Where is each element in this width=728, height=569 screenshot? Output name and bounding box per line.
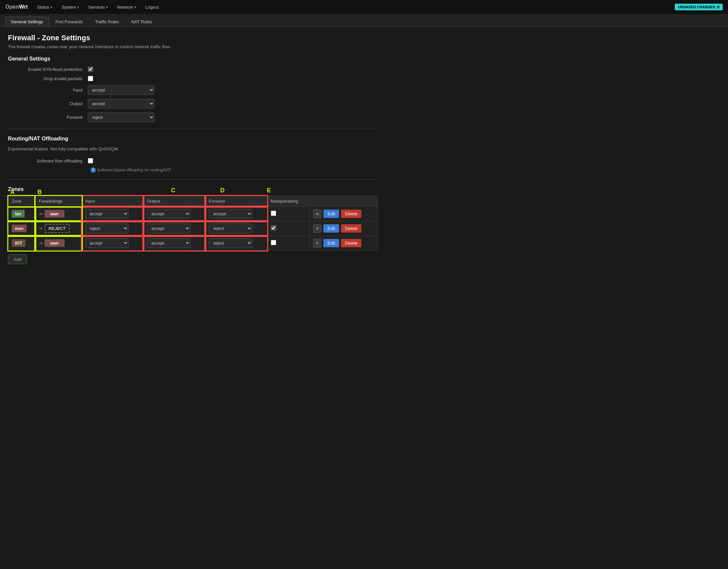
forward-cell-wan: accept reject drop [205, 221, 267, 236]
iot-masquerade-checkbox[interactable] [271, 240, 276, 245]
add-zone-button[interactable]: Add [8, 255, 27, 264]
table-row: IOT ⇒ wan accept reject [8, 236, 378, 251]
output-cell-iot: accept reject drop [143, 236, 205, 251]
actions-cell-wan: ≡ Edit Delete [309, 221, 378, 236]
navbar: OpenWrt Status ▾ System ▾ Services ▾ Net… [0, 0, 728, 14]
forward-row: Forward accept reject drop [8, 112, 378, 122]
wan-input-select[interactable]: accept reject drop [85, 224, 128, 233]
zone-badge-lan: lan [12, 210, 25, 218]
iot-edit-button[interactable]: Edit [323, 239, 339, 247]
brand-logo: OpenWrt [5, 4, 28, 10]
input-cell-wan: accept reject drop [82, 221, 144, 236]
col-forward-header: Forward [205, 196, 267, 207]
zone-cell-iot: IOT [8, 236, 36, 251]
output-cell-lan: accept reject drop [143, 207, 205, 221]
system-arrow-icon: ▾ [77, 5, 79, 9]
syn-flood-checkbox[interactable] [88, 67, 93, 72]
wan-masquerade-checkbox[interactable] [271, 225, 276, 231]
arrow-icon: ⇒ [39, 211, 43, 216]
tab-nat-rules[interactable]: NAT Rules [126, 17, 158, 27]
output-label: Output [15, 101, 88, 106]
syn-flood-row: Enable SYN-flood protection [8, 67, 378, 72]
help-icon[interactable]: ? [91, 167, 96, 173]
drop-invalid-row: Drop invalid packets [8, 76, 378, 81]
table-row: lan ⇒ wan accept reject [8, 207, 378, 221]
iot-output-select[interactable]: accept reject drop [147, 238, 190, 248]
wan-delete-button[interactable]: Delete [341, 224, 362, 233]
table-header-row: A Zone B Forwardings Input Output [8, 196, 378, 207]
page-description: The firewall creates zones over your net… [8, 44, 378, 49]
col-masquerading-header: Masquerading [267, 196, 309, 207]
forward-label: Forward [15, 115, 88, 120]
wan-forward-select[interactable]: accept reject drop [209, 224, 252, 233]
lan-input-select[interactable]: accept reject drop [85, 209, 128, 219]
nav-services[interactable]: Services ▾ [84, 0, 112, 14]
main-content: Firewall - Zone Settings The firewall cr… [0, 27, 386, 271]
forwarding-cell-wan: ⇒ REJECT [35, 221, 82, 236]
lan-edit-button[interactable]: Edit [323, 210, 339, 218]
output-row: Output accept reject drop [8, 99, 378, 108]
lan-list-button[interactable]: ≡ [313, 209, 322, 218]
forward-select[interactable]: accept reject drop [88, 112, 154, 122]
sw-flow-help: ? Software based offloading for routing/… [91, 167, 171, 173]
zone-cell-wan: wan [8, 221, 36, 236]
col-actions-header [309, 196, 378, 207]
forwarding-cell-lan: ⇒ wan [35, 207, 82, 221]
wan-list-button[interactable]: ≡ [313, 224, 322, 233]
annotation-d: D [220, 187, 225, 194]
nat-offloading-title: Routing/NAT Offloading [8, 136, 378, 142]
lan-delete-button[interactable]: Delete [341, 210, 362, 218]
actions-cell-lan: ≡ Edit Delete [309, 207, 378, 221]
tab-port-forwards[interactable]: Port Forwards [50, 17, 89, 27]
lan-output-select[interactable]: accept reject drop [147, 209, 190, 219]
drop-invalid-label: Drop invalid packets [15, 76, 88, 81]
services-arrow-icon: ▾ [106, 5, 108, 9]
masquerade-cell-lan [267, 207, 309, 221]
wan-output-select[interactable]: accept reject drop [147, 224, 190, 233]
output-select[interactable]: accept reject drop [88, 99, 154, 108]
nav-logout[interactable]: Logout [141, 0, 163, 14]
arrow-icon: ⇒ [39, 226, 43, 231]
network-arrow-icon: ▾ [134, 5, 136, 9]
drop-invalid-checkbox[interactable] [88, 76, 93, 81]
zone-badge-reject: REJECT [45, 224, 70, 233]
sw-flow-checkbox[interactable] [88, 158, 93, 163]
col-output-header: Output [143, 196, 205, 207]
annotation-e: E [267, 187, 271, 194]
input-select[interactable]: accept reject drop [88, 85, 154, 95]
annotation-c: C [171, 187, 175, 194]
iot-forward-select[interactable]: accept reject drop [209, 238, 252, 248]
forward-cell-iot: accept reject drop [205, 236, 267, 251]
iot-input-select[interactable]: accept reject drop [85, 238, 128, 248]
zones-title: Zones [8, 186, 378, 192]
syn-flood-label: Enable SYN-flood protection [15, 67, 88, 72]
tabs-bar: General Settings Port Forwards Traffic R… [0, 14, 728, 27]
input-row: Input accept reject drop [8, 85, 378, 95]
page-title: Firewall - Zone Settings [8, 34, 378, 42]
status-arrow-icon: ▾ [51, 5, 52, 9]
forward-cell-lan: accept reject drop [205, 207, 267, 221]
iot-delete-button[interactable]: Delete [341, 239, 362, 247]
forwarding-cell-iot: ⇒ wan [35, 236, 82, 251]
tab-traffic-rules[interactable]: Traffic Rules [89, 17, 124, 27]
nav-system[interactable]: System ▾ [58, 0, 83, 14]
wan-edit-button[interactable]: Edit [323, 224, 339, 233]
sw-flow-label: Software flow offloading [15, 158, 88, 163]
sw-flow-row: Software flow offloading [8, 158, 378, 163]
input-cell-lan: accept reject drop [82, 207, 144, 221]
general-settings-title: General Settings [8, 56, 378, 62]
lan-masquerade-checkbox[interactable] [271, 211, 276, 216]
nav-network[interactable]: Network ▾ [113, 0, 140, 14]
masquerade-cell-wan [267, 221, 309, 236]
sw-flow-help-row: ? Software based offloading for routing/… [8, 167, 378, 173]
col-forwardings-header: B Forwardings [35, 196, 82, 207]
zone-badge-iot: IOT [12, 239, 26, 247]
tab-general-settings[interactable]: General Settings [5, 17, 49, 27]
nav-status[interactable]: Status ▾ [33, 0, 56, 14]
arrow-icon: ⇒ [39, 241, 43, 246]
iot-list-button[interactable]: ≡ [313, 239, 322, 248]
col-zone-header: A Zone [8, 196, 36, 207]
zone-badge-wan-fwd: wan [45, 210, 65, 218]
zones-table-container: C D E A Zone B Forwardings [8, 196, 378, 251]
lan-forward-select[interactable]: accept reject drop [209, 209, 252, 219]
